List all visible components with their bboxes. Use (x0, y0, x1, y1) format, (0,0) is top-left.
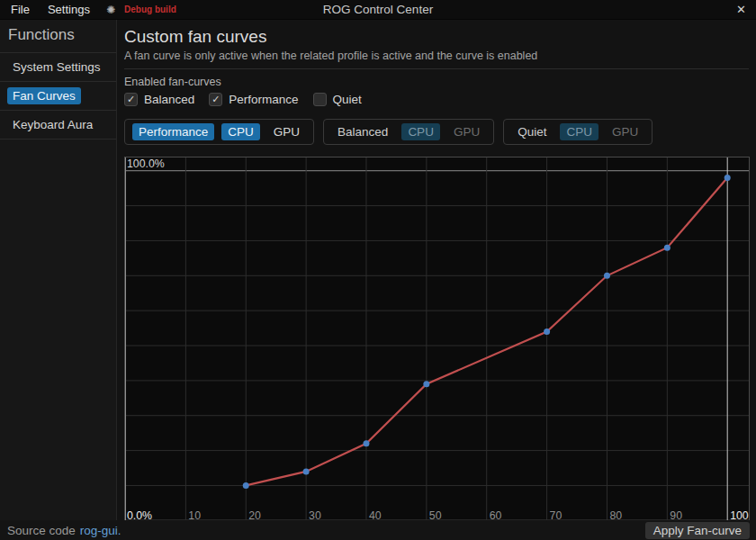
page-subtitle: A fan curve is only active when the rela… (124, 50, 756, 62)
sidebar-item-system-settings[interactable]: System Settings (0, 53, 116, 81)
profile-group-performance: Performance CPU GPU (124, 119, 314, 145)
fan-curve-point[interactable] (423, 381, 429, 387)
theme-sun-icon[interactable]: ✺ (106, 4, 115, 16)
tab-quiet[interactable]: Quiet (511, 123, 553, 140)
apply-fan-curve-button[interactable]: Apply Fan-curve (645, 522, 750, 539)
sidebar-item-keyboard-aura[interactable]: Keyboard Aura (0, 111, 116, 139)
y-axis-max-label: 100.0% (127, 158, 165, 170)
tab-performance-cpu[interactable]: CPU (221, 123, 260, 140)
sidebar-item-label: System Settings (7, 58, 106, 76)
enabled-fan-curves-label: Enabled fan-curves (124, 76, 756, 88)
tab-balanced[interactable]: Balanced (331, 123, 394, 140)
source-code-label: Source code (7, 524, 76, 537)
separator (0, 139, 116, 140)
sidebar-item-label: Keyboard Aura (7, 116, 98, 133)
checkbox-check-icon: ✓ (124, 93, 138, 106)
fan-curve-point[interactable] (664, 245, 670, 251)
tab-performance[interactable]: Performance (132, 123, 214, 140)
checkbox-check-icon: ✓ (209, 93, 222, 106)
page-title: Custom fan curves (124, 27, 756, 47)
fan-curve-point[interactable] (724, 175, 731, 181)
profile-group-balanced: Balanced CPU GPU (323, 119, 494, 145)
fan-curve-point[interactable] (544, 328, 550, 335)
sidebar-heading: Functions (0, 20, 116, 52)
footer: Source code rog-gui. Apply Fan-curve (0, 520, 756, 540)
tab-performance-gpu[interactable]: GPU (267, 123, 306, 140)
enabled-checkbox-row: ✓ Balanced ✓ Performance Quiet (124, 93, 756, 106)
checkbox-performance[interactable]: ✓ Performance (209, 93, 298, 106)
checkbox-balanced[interactable]: ✓ Balanced (124, 93, 194, 106)
main-panel: Custom fan curves A fan curve is only ac… (118, 20, 756, 520)
debug-build-badge: Debug build (124, 4, 176, 14)
close-icon[interactable]: ✕ (726, 3, 756, 16)
source-code-link[interactable]: rog-gui. (80, 524, 122, 537)
fan-curve-point[interactable] (363, 440, 369, 446)
menu-file[interactable]: File (2, 1, 39, 18)
profile-tab-row: Performance CPU GPU Balanced CPU GPU Qui… (124, 119, 756, 145)
fan-curve-chart[interactable]: 1020304050607080901000.0%100.0% (124, 157, 750, 524)
sidebar: Functions System Settings Fan Curves Key… (0, 20, 117, 520)
profile-group-quiet: Quiet CPU GPU (503, 119, 652, 145)
tab-quiet-gpu[interactable]: GPU (606, 123, 644, 140)
fan-curve-point[interactable] (604, 273, 610, 279)
tab-quiet-cpu[interactable]: CPU (560, 123, 598, 140)
titlebar: File Settings ✺ Debug build ROG Control … (0, 0, 756, 20)
fan-curve-point[interactable] (303, 468, 310, 474)
checkbox-empty-icon (313, 93, 327, 106)
fan-curve-plot[interactable]: 1020304050607080901000.0%100.0% (124, 157, 750, 524)
sidebar-item-fan-curves[interactable]: Fan Curves (0, 82, 116, 110)
tab-balanced-gpu[interactable]: GPU (447, 123, 486, 140)
sidebar-item-label: Fan Curves (7, 87, 81, 104)
menu-settings[interactable]: Settings (39, 1, 99, 18)
fan-curve-point[interactable] (243, 482, 249, 489)
separator (124, 68, 749, 69)
checkbox-quiet[interactable]: Quiet (313, 93, 362, 106)
tab-balanced-cpu[interactable]: CPU (401, 123, 440, 140)
